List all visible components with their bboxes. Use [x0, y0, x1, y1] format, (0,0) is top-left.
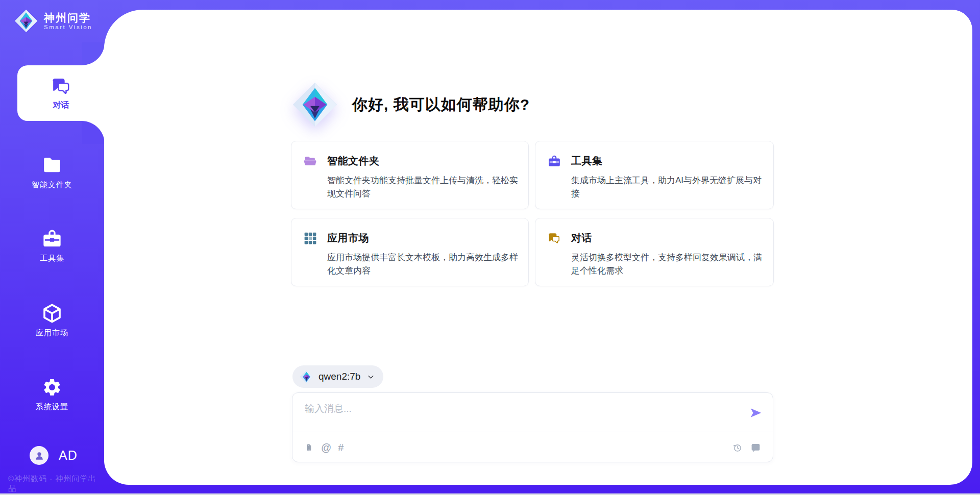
history-icon[interactable]	[732, 442, 743, 453]
sidebar-item-label: 对话	[53, 100, 69, 111]
tab-connector-top	[82, 42, 105, 65]
brand-subtitle: Smart Vision	[44, 24, 92, 30]
sidebar-item-label: 系统设置	[36, 402, 68, 412]
chat-bubbles-icon	[548, 232, 561, 245]
composer-divider	[292, 432, 773, 432]
hashtag-icon[interactable]: #	[338, 442, 344, 453]
sidebar-item-smart-folder[interactable]: 智能文件夹	[0, 155, 104, 190]
card-smart-folder[interactable]: 智能文件夹 智能文件夹功能支持批量文件上传与清洗，轻松实现文件问答	[291, 141, 529, 209]
greeting-text: 你好, 我可以如何帮助你?	[352, 94, 530, 115]
toolbox-icon	[42, 229, 62, 249]
chat-bubbles-icon	[51, 76, 71, 96]
card-description: 智能文件夹功能支持批量文件上传与清洗，轻松实现文件问答	[327, 174, 520, 201]
person-icon	[34, 450, 45, 461]
brand: 神州问学 Smart Vision	[14, 9, 92, 33]
card-title: 对话	[571, 231, 592, 245]
user-chip[interactable]: AD	[30, 446, 78, 465]
composer-toolbar-left: @ #	[304, 432, 344, 463]
user-initials: AD	[59, 448, 78, 463]
mention-icon[interactable]: @	[321, 442, 331, 453]
card-chat[interactable]: 对话 灵活切换多模型文件，支持多样回复效果调试，满足个性化需求	[535, 218, 774, 286]
model-gem-logo-icon	[300, 370, 313, 384]
avatar	[30, 446, 48, 465]
card-description: 灵活切换多模型文件，支持多样回复效果调试，满足个性化需求	[571, 251, 765, 278]
card-description: 应用市场提供丰富长文本模板，助力高效生成多样化文章内容	[327, 251, 520, 278]
send-icon[interactable]	[749, 406, 763, 419]
open-folder-icon	[304, 155, 317, 168]
sidebar-item-label: 工具集	[40, 254, 64, 263]
toolbox-icon	[548, 155, 561, 168]
sidebar-item-app-market[interactable]: 应用市场	[0, 303, 104, 338]
sidebar-item-settings[interactable]: 系统设置	[0, 377, 104, 412]
card-app-market[interactable]: 应用市场 应用市场提供丰富长文本模板，助力高效生成多样化文章内容	[291, 218, 529, 286]
grid-cube-icon	[304, 232, 317, 245]
brand-name: 神州问学	[44, 12, 92, 24]
feedback-chat-icon[interactable]	[750, 442, 761, 453]
chevron-down-icon	[366, 373, 375, 381]
card-description: 集成市场上主流工具，助力AI与外界无缝扩展与对接	[571, 174, 765, 201]
cube-icon	[42, 303, 62, 324]
sidebar-item-chat[interactable]: 对话	[17, 65, 105, 121]
greeting-gem-logo-icon	[291, 82, 339, 128]
feature-cards: 智能文件夹 智能文件夹功能支持批量文件上传与清洗，轻松实现文件问答 工具集 集成…	[291, 141, 774, 286]
tab-connector-bottom	[82, 121, 105, 144]
folder-icon	[42, 155, 62, 176]
brand-gem-logo-icon	[14, 9, 38, 33]
greeting-section: 你好, 我可以如何帮助你?	[291, 82, 530, 128]
card-title: 智能文件夹	[327, 154, 380, 168]
sidebar: 神州问学 Smart Vision 对话 智能文件夹 工具集 应用市场	[0, 0, 104, 495]
message-composer: @ #	[292, 392, 773, 462]
paperclip-icon[interactable]	[304, 442, 314, 453]
card-title: 工具集	[571, 154, 603, 168]
sidebar-item-label: 应用市场	[36, 328, 68, 338]
model-selector[interactable]: qwen2:7b	[292, 365, 383, 388]
gear-icon	[42, 377, 62, 398]
card-toolset[interactable]: 工具集 集成市场上主流工具，助力AI与外界无缝扩展与对接	[535, 141, 774, 209]
model-name: qwen2:7b	[318, 371, 360, 382]
message-input[interactable]	[305, 402, 739, 429]
card-title: 应用市场	[327, 231, 369, 245]
sidebar-item-label: 智能文件夹	[32, 180, 72, 190]
sidebar-item-toolset[interactable]: 工具集	[0, 229, 104, 263]
copyright-note: ©神州数码 · 神州问学出品	[8, 474, 104, 493]
composer-toolbar-right	[732, 432, 761, 463]
